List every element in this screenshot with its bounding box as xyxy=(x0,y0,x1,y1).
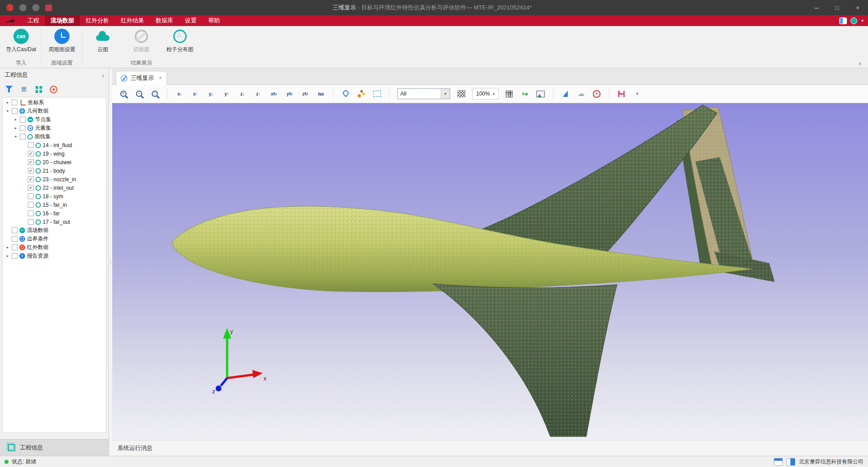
window-layout-icon[interactable] xyxy=(840,18,846,24)
tree-item[interactable]: 14 - int_fluid xyxy=(3,141,106,149)
tree-checkbox[interactable] xyxy=(28,159,34,165)
menubar-caret-icon[interactable]: ▾ xyxy=(861,18,864,23)
filter-icon[interactable] xyxy=(3,83,15,95)
tree-checkbox[interactable] xyxy=(12,244,18,250)
tree-checkbox[interactable] xyxy=(20,117,26,122)
titlebar-badge-2-icon[interactable] xyxy=(32,4,39,11)
view-iso-icon[interactable]: iso xyxy=(314,88,328,100)
tab-3d-view[interactable]: 三维显示 × xyxy=(116,71,167,85)
view-y-neg-icon[interactable]: y↓ xyxy=(204,88,218,100)
view-x-pos-icon[interactable]: x↑ xyxy=(189,88,202,100)
tree-item[interactable]: 23 - nozzle_in xyxy=(3,175,106,183)
display-filter-select[interactable]: All▼ xyxy=(397,88,450,99)
grid-icon[interactable] xyxy=(503,88,516,100)
view-y-pos-icon[interactable]: y↑ xyxy=(220,88,233,100)
zoom-in-icon[interactable]: + xyxy=(117,88,130,100)
message-bar[interactable]: 系统运行消息 xyxy=(112,440,868,456)
grid-icon[interactable] xyxy=(32,83,45,95)
tree-item[interactable]: 19 - wing xyxy=(3,149,106,158)
expander-icon[interactable]: ▸ xyxy=(5,100,10,105)
ribbon-button-cas[interactable]: 导入Cas/Dat xyxy=(2,26,40,58)
zoom-out-icon[interactable]: − xyxy=(132,88,146,100)
3d-viewport[interactable]: y x z xyxy=(112,103,868,440)
tree-checkbox[interactable] xyxy=(28,210,34,216)
tab-close-icon[interactable]: × xyxy=(159,75,162,81)
tree-item[interactable]: 21 - body xyxy=(3,166,106,175)
tree-checkbox[interactable] xyxy=(12,236,18,242)
tree-checkbox[interactable] xyxy=(12,100,18,105)
tree-checkbox[interactable] xyxy=(28,193,34,199)
view-z-neg-icon[interactable]: z↓ xyxy=(236,88,249,100)
locate-icon[interactable] xyxy=(339,88,352,100)
tree-item[interactable]: ▸报告资源 xyxy=(3,252,106,260)
tree-checkbox[interactable] xyxy=(28,202,34,208)
delete-icon[interactable]: × xyxy=(590,88,604,100)
texture-icon[interactable] xyxy=(455,88,468,100)
tree-item[interactable]: 16 - far xyxy=(3,209,106,218)
snapshot-icon[interactable] xyxy=(534,88,548,100)
tree-item[interactable]: 边界条件 xyxy=(3,235,106,243)
tree-item[interactable]: ▾面线集 xyxy=(3,132,106,141)
tree-checkbox[interactable] xyxy=(12,227,18,233)
expander-icon[interactable]: ▸ xyxy=(13,126,18,130)
titlebar-badge-1-icon[interactable] xyxy=(19,4,26,11)
locate-icon[interactable] xyxy=(47,83,60,95)
ribbon-button-clock[interactable]: 周期面设置 xyxy=(43,26,81,58)
view-x-neg-icon[interactable]: x↓ xyxy=(173,88,186,100)
theme-icon[interactable] xyxy=(850,17,857,24)
app-icon[interactable] xyxy=(6,4,13,11)
rotate-z-icon[interactable]: z↻ xyxy=(298,88,312,100)
tree-checkbox[interactable] xyxy=(28,168,34,174)
tree-checkbox[interactable] xyxy=(12,108,18,114)
rotate-x-icon[interactable]: x↻ xyxy=(267,88,281,100)
tree-item[interactable]: 17 - far_out xyxy=(3,218,106,226)
zoom-level-select[interactable]: 100%▾ xyxy=(472,88,499,100)
tree-item[interactable]: ▸坐标系 xyxy=(3,98,106,107)
tree-checkbox[interactable] xyxy=(12,253,18,259)
maximize-button[interactable]: □ xyxy=(827,0,847,15)
tree-item[interactable]: 20 - chuiwei xyxy=(3,158,106,166)
menu-tab-5[interactable]: 设置 xyxy=(179,15,202,26)
expander-icon[interactable]: ▾ xyxy=(13,135,18,139)
mirror-icon[interactable] xyxy=(559,88,572,100)
tree-item[interactable]: ▸红外数据 xyxy=(3,243,106,252)
tree-checkbox[interactable] xyxy=(20,125,26,131)
save-icon[interactable] xyxy=(615,88,628,100)
console-toggle-icon[interactable] xyxy=(774,458,783,466)
marquee-icon[interactable] xyxy=(370,88,384,100)
tree-checkbox[interactable] xyxy=(28,185,34,191)
menu-tab-4[interactable]: 数据库 xyxy=(150,15,179,26)
tree-item[interactable]: ▾几何数据 xyxy=(3,107,106,115)
tree-item[interactable]: 18 - sym xyxy=(3,192,106,201)
expander-icon[interactable]: ▸ xyxy=(13,118,18,122)
panel-toggle-icon[interactable] xyxy=(786,458,795,466)
tree-checkbox[interactable] xyxy=(28,151,34,157)
menu-tab-1[interactable]: 流场数据 xyxy=(45,15,80,26)
panel-collapse-icon[interactable]: ‹ xyxy=(102,71,104,79)
tree-item[interactable]: ▸节点集 xyxy=(3,115,106,124)
menu-tab-0[interactable]: 工程 xyxy=(22,15,45,26)
tree-item[interactable]: 22 - inlet_out xyxy=(3,183,106,192)
menu-tab-6[interactable]: 帮助 xyxy=(202,15,226,26)
tree-checkbox[interactable] xyxy=(28,176,34,182)
tree-checkbox[interactable] xyxy=(28,219,34,225)
panel-bottom-tab[interactable]: 工程信息 xyxy=(0,439,109,456)
expander-icon[interactable]: ▸ xyxy=(5,245,10,249)
tree-item[interactable]: 流场数据 xyxy=(3,226,106,235)
ribbon-button-slice[interactable]: 切面图 xyxy=(122,26,161,58)
export-icon[interactable]: ↪ xyxy=(518,88,532,100)
tree-item[interactable]: 15 - far_in xyxy=(3,201,106,209)
titlebar-badge-3-icon[interactable] xyxy=(45,4,52,11)
particles-icon[interactable] xyxy=(355,88,368,100)
tree-item[interactable]: ▸元素集 xyxy=(3,124,106,132)
expander-icon[interactable]: ▸ xyxy=(5,254,10,258)
ribbon-collapse-icon[interactable]: ∧ xyxy=(859,61,862,66)
view-z-pos-icon[interactable]: z↑ xyxy=(251,88,265,100)
zoom-fit-icon[interactable]: □ xyxy=(148,88,162,100)
expander-icon[interactable]: ▾ xyxy=(5,109,10,113)
minimize-button[interactable]: ─ xyxy=(806,0,827,15)
menu-tab-3[interactable]: 红外结果 xyxy=(115,15,150,26)
list-icon[interactable]: ≣ xyxy=(18,83,30,95)
tree-checkbox[interactable] xyxy=(28,142,34,148)
ribbon-button-particles[interactable]: 粒子分布图 xyxy=(161,26,199,58)
